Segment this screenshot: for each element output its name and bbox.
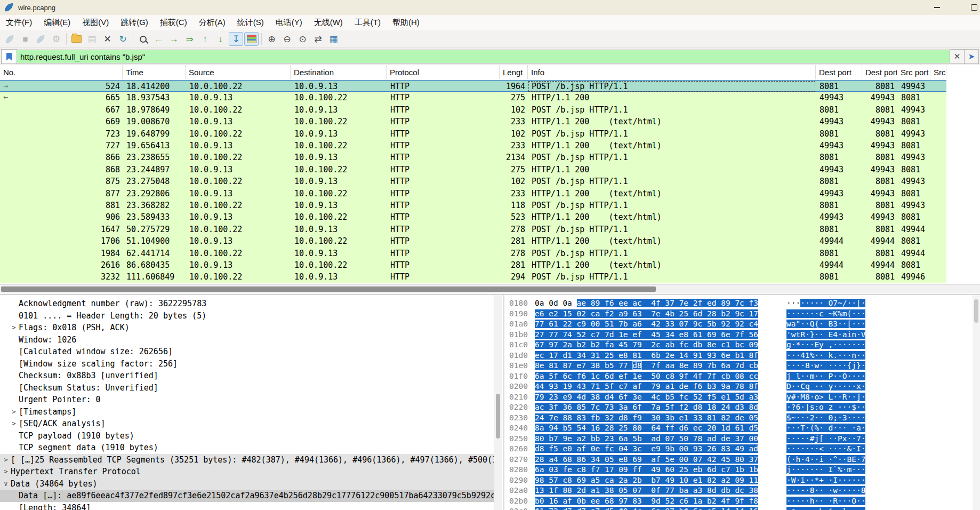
hex-bytes[interactable]: 44 93 19 43 71 5f c7 af 79 a1 de f6 b3 9… <box>535 381 758 392</box>
detail-line[interactable]: [Window size scaling factor: 256] <box>0 358 494 370</box>
hex-row[interactable]: 01800a 0d 0a ae 89 f6 ee ac 4f 37 7e 2f … <box>504 298 973 309</box>
menu-item-4[interactable]: 捕获(C) <box>154 15 193 30</box>
menu-item-3[interactable]: 跳转(G) <box>115 15 154 30</box>
detail-line[interactable]: TCP segment data (1910 bytes) <box>0 442 494 454</box>
hex-ascii[interactable]: ········ O7~/··|· <box>786 298 865 309</box>
column-header-p4[interactable]: Src port <box>930 65 946 79</box>
hex-bytes[interactable]: 6a 5f 6c f6 1c 6d ef 1e 50 c8 9f 4f 7f c… <box>535 371 758 382</box>
auto-scroll-icon[interactable]: ↧ <box>229 32 243 46</box>
hex-ascii[interactable]: ·······< ····&·I· <box>786 444 865 455</box>
close-file-icon[interactable]: ✕ <box>100 32 115 46</box>
hex-ascii[interactable]: ·?6·|s:o z_···$·· <box>786 402 865 413</box>
packet-row[interactable]: 86823.24489710.0.9.1310.0.100.22HTTP275H… <box>0 164 946 176</box>
hex-row[interactable]: 01f06a 5f 6c f6 1c 6d ef 1e 50 c8 9f 4f … <box>504 371 973 382</box>
collapsed-chevron-icon[interactable]: > <box>10 418 18 430</box>
hex-row[interactable]: 0220ac 3f 36 85 7c 73 3a 6f 7a 5f f2 d8 … <box>504 402 973 413</box>
hex-ascii[interactable]: j······· I`%·m··· <box>786 465 865 475</box>
hex-row[interactable]: 01a077 61 22 c9 00 51 7b a6 42 33 07 9c … <box>504 319 973 330</box>
hex-ascii[interactable]: $~···2·· 0;·3···· <box>786 413 865 424</box>
hex-bytes[interactable]: 98 57 c8 69 a5 ca 2a 2b b7 49 10 e1 82 a… <box>535 475 758 486</box>
hex-bytes[interactable]: 8e 81 87 e7 38 b5 77 d8 7f aa 8e 89 7b 6… <box>535 361 758 371</box>
hex-bytes[interactable]: 24 7e 88 83 fb 32 d8 f9 30 3b e1 33 81 8… <box>535 413 758 424</box>
restart-capture-icon[interactable] <box>34 32 48 46</box>
hex-row[interactable]: 02408a 94 b5 54 16 28 25 80 64 ff d6 ec … <box>504 423 973 434</box>
column-header-no[interactable]: No. <box>0 65 123 79</box>
hex-ascii[interactable]: ···T·(%· d··· ·a· <box>786 423 865 434</box>
packet-list-horizontal-scrollbar[interactable] <box>0 284 980 293</box>
hex-bytes[interactable]: 6a 03 fe c8 f7 17 09 ff 49 60 25 eb 6d c… <box>535 465 758 475</box>
hex-row[interactable]: 01c067 97 2a b2 b2 fa 45 79 2c ab fc db … <box>504 340 973 350</box>
column-header-proto[interactable]: Protocol <box>387 65 500 79</box>
hex-bytes[interactable]: 13 1f 88 2d a1 38 05 07 0f 77 ba a3 8d d… <box>535 485 758 496</box>
hex-ascii[interactable]: (·h·4··i ·^··BE·7 <box>786 455 865 465</box>
detail-line[interactable]: [Checksum Status: Unverified] <box>0 382 494 394</box>
zoom-out-icon[interactable]: ⊖ <box>280 32 294 46</box>
menu-item-5[interactable]: 分析(A) <box>193 15 231 30</box>
minimize-button[interactable] <box>925 0 949 15</box>
packet-row[interactable]: 72719.65641310.0.9.1310.0.100.22HTTP233H… <box>0 140 946 152</box>
scrollbar-thumb[interactable] <box>974 299 978 323</box>
filter-apply-button[interactable]: ➤ <box>965 49 979 64</box>
hex-bytes[interactable]: f1 73 d7 d7 a7 d5 f0 4c 6a 97 bf 6c e5 1… <box>535 506 758 510</box>
collapsed-chevron-icon[interactable]: > <box>10 406 18 418</box>
next-packet-icon[interactable]: → <box>167 32 181 46</box>
packet-row[interactable]: 66718.97864910.0.100.2210.0.9.13HTTP102P… <box>0 104 946 116</box>
hex-bytes[interactable]: 80 b7 9e a2 bb 23 6a 5b ad 07 50 78 ad d… <box>535 434 758 444</box>
display-filter-input[interactable] <box>17 50 950 63</box>
menu-item-9[interactable]: 工具(T) <box>349 15 387 30</box>
hex-ascii[interactable]: ·····h·· ·R···O·· <box>786 496 865 507</box>
hex-bytes[interactable]: ac 3f 36 85 7c 73 3a 6f 7a 5f f2 d8 18 2… <box>535 402 758 413</box>
column-header-p2[interactable]: Dest port <box>862 65 897 79</box>
scrollbar-thumb[interactable] <box>1 286 656 292</box>
hex-vertical-scrollbar[interactable] <box>973 295 980 510</box>
resize-columns-icon[interactable]: ⇄ <box>311 32 325 46</box>
hex-bytes[interactable]: 8a 94 b5 54 16 28 25 80 64 ff d6 ec 20 1… <box>535 423 758 434</box>
hex-row[interactable]: 0190e6 e2 15 02 ca f2 a9 63 7e 4b 25 6d … <box>504 309 973 320</box>
start-capture-icon[interactable] <box>3 32 17 46</box>
detail-line[interactable]: >[Timestamps] <box>0 406 494 418</box>
hex-row[interactable]: 020044 93 19 43 71 5f c7 af 79 a1 de f6 … <box>504 381 973 392</box>
detail-line[interactable]: Acknowledgment number (raw): 3622295783 <box>0 298 494 310</box>
hex-bytes[interactable]: 27 77 74 52 c7 7d 1e ef 45 34 e8 61 69 6… <box>535 330 758 340</box>
hex-row[interactable]: 021079 23 e9 4d 38 d4 6f 3e 4c b5 fc 52 … <box>504 392 973 403</box>
maximize-button[interactable] <box>962 0 980 15</box>
packet-row[interactable]: 87723.29280610.0.9.1310.0.100.22HTTP233H… <box>0 188 946 200</box>
hex-bytes[interactable]: ec 17 d1 34 31 25 e8 81 6b 2e 14 91 93 6… <box>535 350 758 361</box>
detail-vertical-scrollbar[interactable] <box>494 295 502 510</box>
detail-line[interactable]: Checksum: 0x88b3 [unverified] <box>0 370 494 382</box>
hex-row[interactable]: 01d0ec 17 d1 34 31 25 e8 81 6b 2e 14 91 … <box>504 350 973 361</box>
hex-row[interactable]: 01e08e 81 87 e7 38 b5 77 d8 7f aa 8e 89 … <box>504 361 973 371</box>
hex-ascii[interactable]: ·······c ~K%m(··· <box>786 309 865 320</box>
hex-row[interactable]: 029098 57 c8 69 a5 ca 2a 2b b7 49 10 e1 … <box>504 475 973 486</box>
packet-row[interactable]: 90623.58943310.0.9.1310.0.100.22HTTP523H… <box>0 211 946 223</box>
detail-line[interactable]: 0101 .... = Header Length: 20 bytes (5) <box>0 310 494 322</box>
packet-row[interactable]: 88123.36828210.0.100.2210.0.9.13HTTP118P… <box>0 200 946 211</box>
menu-item-7[interactable]: 电话(Y) <box>270 15 308 30</box>
colorize-icon[interactable] <box>244 32 259 46</box>
find-packet-icon[interactable] <box>136 32 150 46</box>
hex-bytes[interactable]: e6 e2 15 02 ca f2 a9 63 7e 4b 25 6d 28 b… <box>535 309 758 320</box>
hex-ascii[interactable]: ·····#j[ ··Px··7· <box>786 434 865 444</box>
detail-line[interactable]: Data […]: ae89f6eeac4f377e2fed897cf3e6e2… <box>0 490 494 502</box>
filter-clear-button[interactable]: ✕ <box>950 49 965 64</box>
detail-line[interactable]: Urgent Pointer: 0 <box>0 394 494 406</box>
expanded-chevron-icon[interactable]: ∨ <box>2 478 10 490</box>
detail-line[interactable]: ∨Data (34864 bytes) <box>0 478 494 490</box>
column-header-src[interactable]: Source <box>186 65 291 79</box>
detail-line[interactable]: Window: 1026 <box>0 334 494 346</box>
hex-row[interactable]: 02c0f1 73 d7 d7 a7 d5 f0 4c 6a 97 bf 6c … <box>504 506 973 510</box>
reload-file-icon[interactable]: ↻ <box>116 32 130 46</box>
hex-bytes[interactable]: 28 a4 68 86 34 05 e8 69 af 5e 00 07 42 4… <box>535 455 758 465</box>
zoom-in-icon[interactable]: ⊕ <box>264 32 279 46</box>
column-header-len[interactable]: Lengt <box>500 65 528 79</box>
filter-bookmark-button[interactable] <box>1 49 17 64</box>
hex-ascii[interactable]: g·*···Ey ,······· <box>786 340 865 350</box>
detail-line[interactable]: [Length: 34864] <box>0 502 494 510</box>
go-to-packet-icon[interactable]: ⇒ <box>182 32 197 46</box>
hex-ascii[interactable]: y#·M8·o> L··R··]· <box>786 392 865 403</box>
column-header-p1[interactable]: Dest port <box>816 65 862 79</box>
menu-item-0[interactable]: 文件(F) <box>0 15 38 30</box>
menu-item-10[interactable]: 帮助(H) <box>387 15 425 30</box>
hex-bytes[interactable]: d8 f5 e0 af 0e fc 04 3c e9 9b 00 93 26 8… <box>535 444 758 455</box>
column-header-dst[interactable]: Destination <box>291 65 387 79</box>
